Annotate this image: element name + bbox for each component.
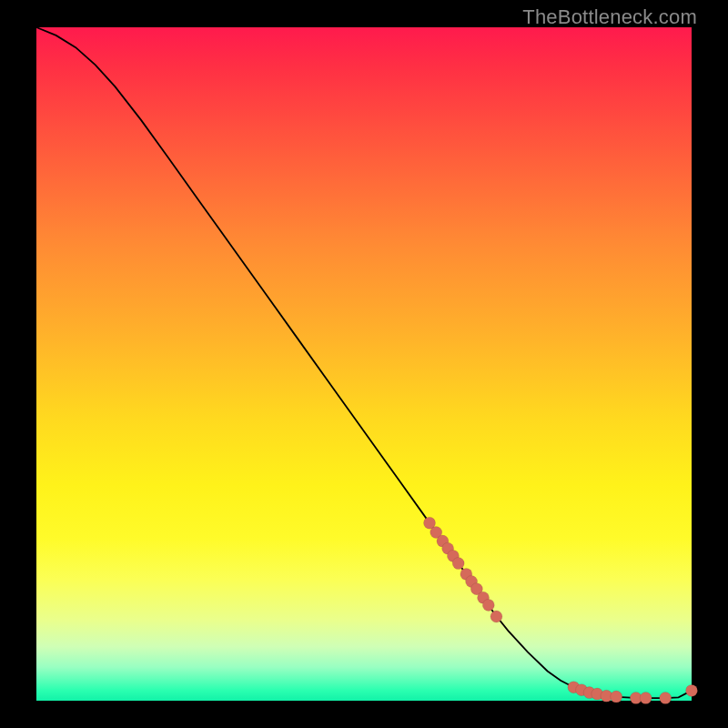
data-point xyxy=(452,558,464,570)
data-point xyxy=(482,599,494,611)
data-point xyxy=(611,691,622,703)
chart-svg xyxy=(36,27,692,701)
data-points-group xyxy=(424,517,698,703)
data-point xyxy=(490,611,502,622)
data-point xyxy=(640,693,652,704)
data-point xyxy=(686,684,698,696)
watermark-text: TheBottleneck.com xyxy=(522,5,697,29)
plot-area xyxy=(36,27,692,701)
bottleneck-curve xyxy=(36,27,692,698)
figure-root: TheBottleneck.com xyxy=(0,0,728,728)
data-point xyxy=(660,693,672,704)
